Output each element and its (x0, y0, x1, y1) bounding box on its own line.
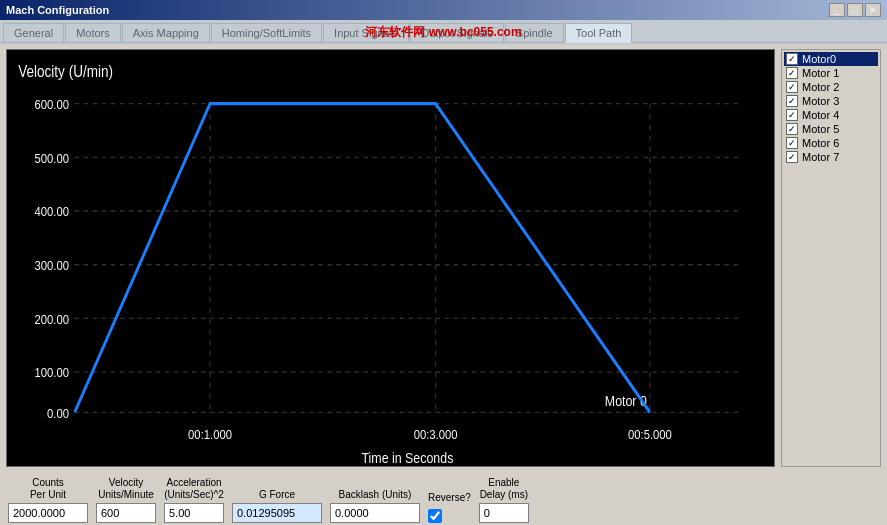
g-force-input[interactable] (232, 503, 322, 523)
enable-delay-input[interactable] (479, 503, 529, 523)
velocity-input[interactable] (96, 503, 156, 523)
legend-item-motor7[interactable]: ✓ Motor 7 (784, 150, 878, 164)
g-force-label: G Force (232, 489, 322, 501)
motor3-checkbox[interactable]: ✓ (786, 95, 798, 107)
acceleration-group: Acceleration(Units/Sec)^2 (164, 477, 224, 523)
enable-delay-label: EnableDelay (ms) (479, 477, 529, 501)
motor2-checkbox[interactable]: ✓ (786, 81, 798, 93)
motor6-checkbox[interactable]: ✓ (786, 137, 798, 149)
motor7-checkbox[interactable]: ✓ (786, 151, 798, 163)
legend-panel: ✓ Motor0 ✓ Motor 1 ✓ Motor 2 ✓ Motor 3 ✓… (781, 49, 881, 467)
counts-per-unit-label: CountsPer Unit (8, 477, 88, 501)
svg-text:400.00: 400.00 (35, 204, 70, 219)
counts-per-unit-input[interactable] (8, 503, 88, 523)
bottom-section: CountsPer Unit VelocityUnits/Minute Acce… (0, 473, 887, 525)
legend-item-motor4[interactable]: ✓ Motor 4 (784, 108, 878, 122)
motor3-label: Motor 3 (802, 95, 839, 107)
legend-item-motor1[interactable]: ✓ Motor 1 (784, 66, 878, 80)
motor2-label: Motor 2 (802, 81, 839, 93)
acceleration-label: Acceleration(Units/Sec)^2 (164, 477, 224, 501)
chart-area: Velocity (U/min) 600.00 500.00 400.00 30… (6, 49, 775, 467)
svg-text:500.00: 500.00 (35, 151, 70, 166)
legend-item-motor2[interactable]: ✓ Motor 2 (784, 80, 878, 94)
motor4-label: Motor 4 (802, 109, 839, 121)
velocity-label: VelocityUnits/Minute (96, 477, 156, 501)
motor4-checkbox[interactable]: ✓ (786, 109, 798, 121)
backlash-input[interactable] (330, 503, 420, 523)
motor5-label: Motor 5 (802, 123, 839, 135)
motor6-label: Motor 6 (802, 137, 839, 149)
tab-spindle[interactable]: Spindle (505, 23, 564, 42)
reverse-label: Reverse? (428, 492, 471, 504)
svg-text:00:3.000: 00:3.000 (414, 427, 458, 442)
legend-item-motor6[interactable]: ✓ Motor 6 (784, 136, 878, 150)
title-bar-controls: _ □ ✕ (829, 3, 881, 17)
motor0-checkbox[interactable]: ✓ (786, 53, 798, 65)
motor7-label: Motor 7 (802, 151, 839, 163)
motor0-label: Motor0 (802, 53, 836, 65)
tab-input-signals[interactable]: Input Signals (323, 23, 409, 42)
motor5-checkbox[interactable]: ✓ (786, 123, 798, 135)
title-bar: Mach Configuration _ □ ✕ (0, 0, 887, 20)
g-force-group: G Force (232, 489, 322, 523)
svg-text:300.00: 300.00 (35, 258, 70, 273)
velocity-group: VelocityUnits/Minute (96, 477, 156, 523)
tab-tool-path[interactable]: Tool Path (565, 23, 633, 43)
svg-text:Time in Seconds: Time in Seconds (361, 450, 453, 466)
acceleration-input[interactable] (164, 503, 224, 523)
legend-item-motor0[interactable]: ✓ Motor0 (784, 52, 878, 66)
close-button[interactable]: ✕ (865, 3, 881, 17)
svg-text:00:1.000: 00:1.000 (188, 427, 232, 442)
svg-text:200.00: 200.00 (35, 312, 70, 327)
reverse-group: Reverse? (428, 492, 471, 523)
title-text: Mach Configuration (6, 4, 109, 16)
svg-text:0.00: 0.00 (47, 406, 69, 421)
svg-rect-0 (7, 50, 774, 466)
backlash-label: Backlash (Units) (330, 489, 420, 501)
main-content: Velocity (U/min) 600.00 500.00 400.00 30… (0, 43, 887, 473)
svg-text:100.00: 100.00 (35, 366, 70, 381)
minimize-button[interactable]: _ (829, 3, 845, 17)
legend-item-motor3[interactable]: ✓ Motor 3 (784, 94, 878, 108)
reverse-checkbox[interactable] (428, 509, 442, 523)
legend-item-motor5[interactable]: ✓ Motor 5 (784, 122, 878, 136)
backlash-group: Backlash (Units) (330, 489, 420, 523)
params-row: CountsPer Unit VelocityUnits/Minute Acce… (8, 477, 879, 523)
motor1-label: Motor 1 (802, 67, 839, 79)
tab-output-signals[interactable]: Output Signals (410, 23, 504, 42)
tab-axis-mapping[interactable]: Axis Mapping (122, 23, 210, 42)
counts-per-unit-group: CountsPer Unit (8, 477, 88, 523)
tab-motors[interactable]: Motors (65, 23, 121, 42)
tabs-bar: General Motors Axis Mapping Homing/SoftL… (0, 20, 887, 43)
tab-general[interactable]: General (3, 23, 64, 42)
motor1-checkbox[interactable]: ✓ (786, 67, 798, 79)
tab-homing[interactable]: Homing/SoftLimits (211, 23, 322, 42)
svg-text:00:5.000: 00:5.000 (628, 427, 672, 442)
maximize-button[interactable]: □ (847, 3, 863, 17)
svg-text:Velocity (U/min): Velocity (U/min) (18, 63, 113, 80)
enable-delay-group: EnableDelay (ms) (479, 477, 529, 523)
svg-text:600.00: 600.00 (35, 97, 70, 112)
